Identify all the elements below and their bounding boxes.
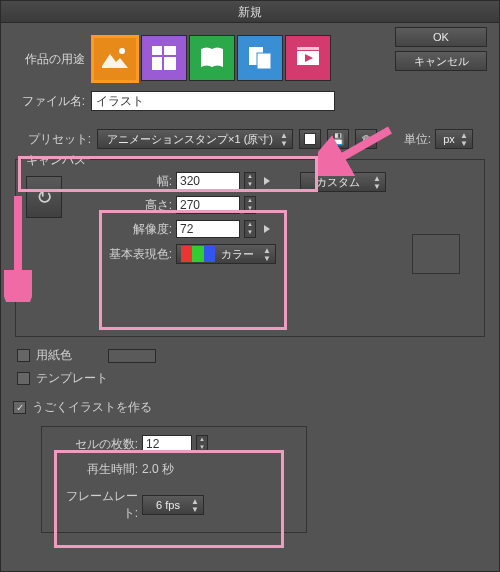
papercolor-checkbox[interactable] xyxy=(17,349,30,362)
height-input[interactable] xyxy=(176,196,240,214)
animation-label: うごくイラストを作る xyxy=(32,399,152,416)
chevron-updown-icon: ▲▼ xyxy=(263,247,271,263)
resolution-input[interactable] xyxy=(176,220,240,238)
chevron-updown-icon: ▲▼ xyxy=(280,132,288,148)
height-label: 高さ: xyxy=(98,197,172,214)
colormode-value: カラー xyxy=(221,247,254,262)
purpose-icon-animation[interactable] xyxy=(285,35,331,81)
resolution-spinner[interactable]: ▲▼ xyxy=(244,220,256,238)
filename-input[interactable] xyxy=(91,91,335,111)
preset-delete-button[interactable]: 🗑 xyxy=(355,129,377,149)
dialog-title: 新規 xyxy=(1,1,499,23)
new-dialog: 新規 OK キャンセル 作品の用途 xyxy=(0,0,500,572)
preset-label: プリセット: xyxy=(13,131,91,148)
svg-rect-5 xyxy=(257,53,271,69)
template-label: テンプレート xyxy=(36,370,108,387)
cells-spinner[interactable]: ▲▼ xyxy=(196,435,208,453)
template-checkbox[interactable] xyxy=(17,372,30,385)
animation-checkbox[interactable]: ✓ xyxy=(13,401,26,414)
width-input[interactable] xyxy=(176,172,240,190)
width-link-icon xyxy=(264,177,270,185)
chevron-updown-icon: ▲▼ xyxy=(373,175,381,191)
animation-fieldset: セルの枚数: ▲▼ 再生時間: 2.0 秒 フレームレート: 6 fps ▲▼ xyxy=(41,426,307,533)
purpose-icon-illustration[interactable] xyxy=(91,35,139,83)
save-icon: 💾 xyxy=(331,133,345,146)
playtime-value: 2.0 秒 xyxy=(142,461,174,478)
width-spinner[interactable]: ▲▼ xyxy=(244,172,256,190)
unit-value: px xyxy=(443,133,455,145)
size-preset-value: カスタム xyxy=(316,175,360,190)
canvas-fieldset: キャンバス ↻ 幅: ▲▼ 高さ: ▲▼ xyxy=(15,159,485,337)
colormode-label: 基本表現色: xyxy=(98,246,172,263)
purpose-icon-book[interactable] xyxy=(189,35,235,81)
purpose-icon-comic[interactable] xyxy=(141,35,187,81)
papercolor-swatch[interactable] xyxy=(108,349,156,363)
resolution-label: 解像度: xyxy=(98,221,172,238)
canvas-preview xyxy=(412,234,460,274)
preset-dropdown[interactable]: アニメーションスタンプ×1 (原寸) ▲▼ xyxy=(97,129,293,149)
chevron-updown-icon: ▲▼ xyxy=(460,132,468,148)
purpose-label: 作品の用途 xyxy=(13,35,91,68)
cells-label: セルの枚数: xyxy=(52,436,138,453)
svg-point-0 xyxy=(119,48,125,54)
cancel-button[interactable]: キャンセル xyxy=(395,51,487,71)
trash-icon: 🗑 xyxy=(361,133,372,145)
dialog-buttons: OK キャンセル xyxy=(395,27,487,71)
dialog-content: OK キャンセル 作品の用途 xyxy=(1,23,499,533)
check-icon: ✓ xyxy=(16,402,24,413)
height-spinner[interactable]: ▲▼ xyxy=(244,196,256,214)
rotate-icon: ↻ xyxy=(36,185,53,209)
framerate-value: 6 fps xyxy=(156,499,180,511)
unit-label: 単位: xyxy=(404,131,431,148)
framerate-label: フレームレート: xyxy=(52,488,138,522)
canvas-legend: キャンバス xyxy=(22,152,90,169)
cells-input[interactable] xyxy=(142,435,192,453)
filename-label: ファイル名: xyxy=(13,93,91,110)
rotate-button-col: ↻ xyxy=(26,172,62,264)
purpose-icon-print[interactable] xyxy=(237,35,283,81)
svg-rect-7 xyxy=(297,47,319,50)
preset-swatch-button[interactable] xyxy=(299,129,321,149)
preset-save-button[interactable]: 💾 xyxy=(327,129,349,149)
playtime-label: 再生時間: xyxy=(52,461,138,478)
preset-value: アニメーションスタンプ×1 (原寸) xyxy=(107,132,273,147)
unit-dropdown[interactable]: px ▲▼ xyxy=(435,129,473,149)
framerate-dropdown[interactable]: 6 fps ▲▼ xyxy=(142,495,204,515)
ok-button[interactable]: OK xyxy=(395,27,487,47)
papercolor-label: 用紙色 xyxy=(36,347,72,364)
colormode-dropdown[interactable]: カラー ▲▼ xyxy=(176,244,276,264)
width-label: 幅: xyxy=(98,173,172,190)
color-swatch-icon xyxy=(181,246,215,262)
chevron-updown-icon: ▲▼ xyxy=(191,498,199,514)
resolution-link-icon xyxy=(264,225,270,233)
purpose-icon-group xyxy=(91,35,331,83)
size-preset-dropdown[interactable]: カスタム ▲▼ xyxy=(300,172,386,192)
rotate-orientation-button[interactable]: ↻ xyxy=(26,176,62,218)
